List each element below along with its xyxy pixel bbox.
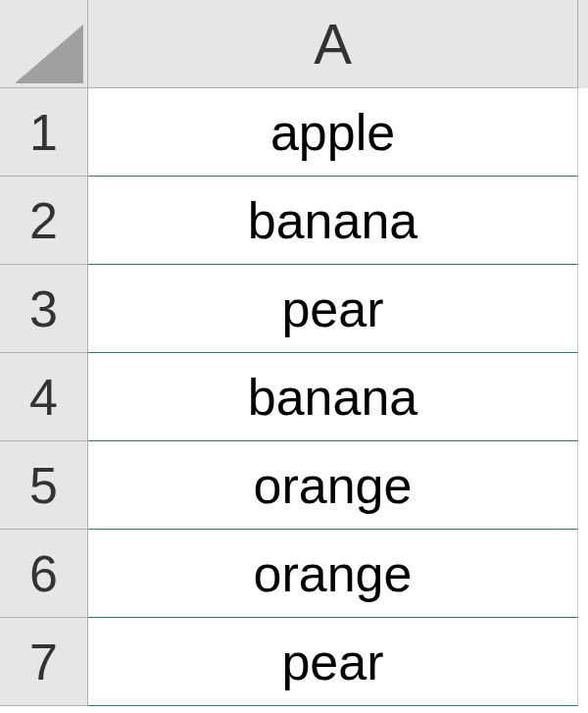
row-header-3[interactable]: 3 — [0, 265, 88, 353]
select-all-corner[interactable] — [0, 0, 88, 88]
table-row: 2 banana — [0, 177, 588, 265]
cell-a2[interactable]: banana — [88, 177, 578, 265]
cell-a7[interactable]: pear — [88, 618, 578, 706]
table-row: 4 banana — [0, 353, 588, 441]
cell-a5[interactable]: orange — [88, 441, 578, 530]
table-row: 3 pear — [0, 265, 588, 353]
column-header-a[interactable]: A — [88, 0, 578, 88]
cell-edge — [578, 353, 588, 441]
column-header-row: A — [0, 0, 588, 88]
cell-a3[interactable]: pear — [88, 265, 578, 353]
row-header-7[interactable]: 7 — [0, 618, 88, 706]
cell-edge — [578, 88, 588, 177]
cell-edge — [578, 265, 588, 353]
table-row: 5 orange — [0, 441, 588, 530]
row-header-5[interactable]: 5 — [0, 441, 88, 530]
column-edge — [578, 0, 588, 88]
row-header-2[interactable]: 2 — [0, 177, 88, 265]
cell-edge — [578, 441, 588, 530]
row-header-4[interactable]: 4 — [0, 353, 88, 441]
table-row: 1 apple — [0, 88, 588, 177]
cell-edge — [578, 530, 588, 618]
spreadsheet-grid: A 1 apple 2 banana 3 pear 4 banana 5 ora… — [0, 0, 588, 706]
select-all-triangle-icon — [15, 25, 83, 83]
cell-a1[interactable]: apple — [88, 88, 578, 177]
cell-edge — [578, 177, 588, 265]
table-row: 6 orange — [0, 530, 588, 618]
cell-edge — [578, 618, 588, 706]
cell-a4[interactable]: banana — [88, 353, 578, 441]
row-header-6[interactable]: 6 — [0, 530, 88, 618]
cell-a6[interactable]: orange — [88, 530, 578, 618]
table-row: 7 pear — [0, 618, 588, 706]
row-header-1[interactable]: 1 — [0, 88, 88, 177]
